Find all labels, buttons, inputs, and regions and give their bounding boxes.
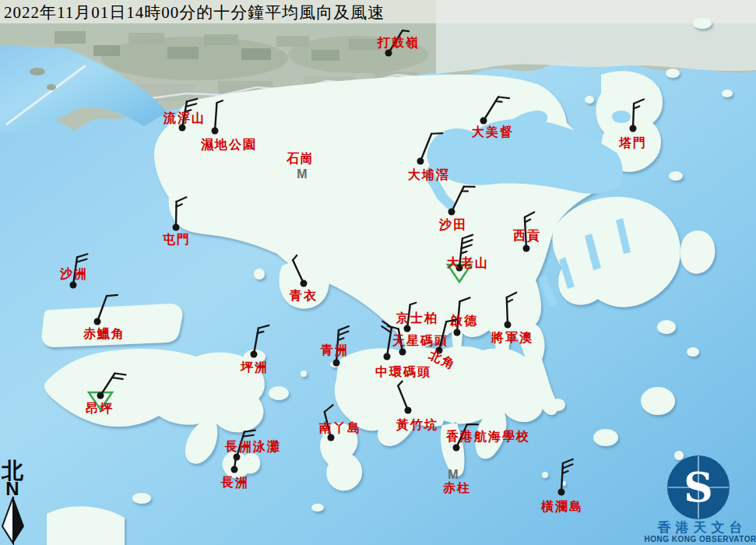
station-dot bbox=[405, 407, 412, 414]
station-label: 坪洲 bbox=[240, 360, 269, 374]
station-dot bbox=[70, 282, 77, 289]
missing-data-symbol: M bbox=[448, 468, 458, 481]
station-label: 沙田 bbox=[438, 218, 467, 231]
station-dot bbox=[173, 224, 180, 231]
missing-data-symbol: M bbox=[297, 167, 307, 181]
station-label: 青洲 bbox=[320, 343, 349, 357]
station-label: 石崗 bbox=[286, 152, 315, 165]
station-dot bbox=[251, 351, 258, 358]
station-dot bbox=[453, 445, 460, 452]
hko-logo-swirl: S bbox=[684, 463, 713, 511]
station-label: 長洲泳灘 bbox=[224, 439, 281, 453]
station-label: 香港航海學校 bbox=[445, 429, 530, 443]
wind-barb-feather bbox=[403, 30, 409, 31]
station-label: 南丫島 bbox=[318, 421, 361, 434]
station-dot bbox=[417, 158, 424, 165]
station-dot bbox=[179, 125, 186, 132]
station-dot bbox=[448, 209, 455, 216]
wind-barb-feather bbox=[431, 133, 442, 134]
station-label: 濕地公園 bbox=[200, 138, 257, 152]
station-label: 塔門 bbox=[618, 136, 647, 149]
station-label: 打鼓嶺 bbox=[377, 36, 420, 49]
station-dot bbox=[399, 349, 406, 356]
station-label: 赤柱 bbox=[442, 481, 471, 494]
sai-kung bbox=[553, 197, 680, 308]
wind-barb-feather bbox=[496, 101, 502, 102]
station-label: 流浮山 bbox=[163, 111, 206, 125]
compass-north-letter: N bbox=[5, 478, 19, 499]
wind-map: 打鼓嶺流浮山濕地公園塔門大美督大埔滘沙田西貢大老山屯門沙洲赤鱲角青衣京士柏啟德將… bbox=[0, 0, 756, 545]
station-dot bbox=[301, 280, 308, 287]
station-dot bbox=[480, 118, 487, 125]
station-label: 京士柏 bbox=[396, 311, 438, 325]
station-label: 赤鱲角 bbox=[83, 327, 125, 340]
station-dot bbox=[454, 329, 461, 336]
station-label: 將軍澳 bbox=[491, 331, 533, 344]
station-dot bbox=[404, 325, 411, 332]
station-dot bbox=[231, 466, 238, 473]
station-label: 大埔滘 bbox=[408, 167, 450, 181]
station-dot bbox=[630, 125, 637, 132]
station-label: 沙洲 bbox=[59, 267, 88, 280]
station-label: 大老山 bbox=[447, 256, 489, 269]
hko-name-zh: 香港天文台 bbox=[657, 520, 747, 535]
station-label: 昂坪 bbox=[86, 402, 114, 415]
wind-barb-feather bbox=[107, 295, 118, 296]
wind-barb-staff bbox=[176, 202, 177, 227]
station-dot bbox=[328, 434, 335, 441]
station-label: 長洲 bbox=[220, 476, 249, 489]
wind-barb-staff bbox=[633, 104, 634, 128]
station-label: 橫瀾島 bbox=[540, 500, 583, 513]
station-dot bbox=[558, 489, 565, 496]
station-label: 中環碼頭 bbox=[375, 365, 431, 379]
station-dot bbox=[94, 318, 101, 325]
station-label: 西貢 bbox=[512, 229, 541, 243]
page-title: 2022年11月01日14時00分的十分鐘平均風向及風速 bbox=[4, 2, 385, 23]
station-label: 大美督 bbox=[472, 125, 514, 139]
station-dot bbox=[333, 360, 340, 367]
station-dot bbox=[212, 128, 219, 135]
station-dot bbox=[384, 353, 391, 360]
airport-island bbox=[42, 304, 183, 347]
station-dot bbox=[505, 322, 512, 329]
station-label: 屯門 bbox=[162, 233, 191, 246]
station-label: 黃竹坑 bbox=[396, 418, 438, 431]
hko-name-en: HONG KONG OBSERVATORY bbox=[644, 535, 756, 543]
station-dot bbox=[523, 245, 530, 252]
hong-kong-map: 打鼓嶺流浮山濕地公園塔門大美督大埔滘沙田西貢大老山屯門沙洲赤鱲角青衣京士柏啟德將… bbox=[0, 0, 756, 545]
station-dot bbox=[97, 392, 104, 399]
station-label: 青衣 bbox=[289, 289, 318, 302]
station-dot bbox=[385, 50, 392, 57]
